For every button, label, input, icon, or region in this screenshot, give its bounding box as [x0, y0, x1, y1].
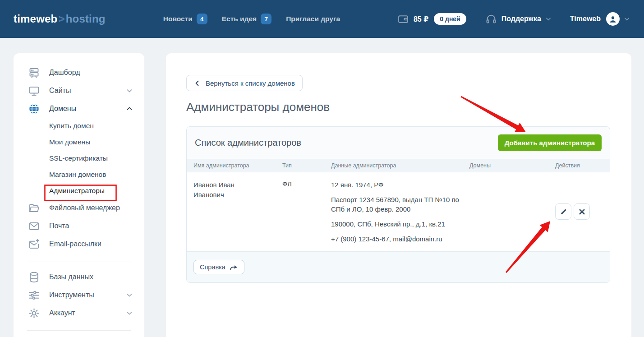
top-navbar: timeweb > hosting Новости 4 Есть идея 7 …: [0, 0, 644, 38]
news-count-badge: 4: [197, 14, 207, 24]
sidebar-item-account[interactable]: Аккаунт: [14, 304, 144, 322]
sidebar-item-dashboard[interactable]: Дашборд: [14, 64, 144, 82]
logo-brand: timeweb: [14, 13, 57, 25]
admin-details-cell: 12 янв. 1974, РФ Паспорт 1234 567890, вы…: [331, 180, 469, 251]
sidebar-item-label: Аккаунт: [49, 309, 75, 317]
server-icon: [28, 67, 40, 79]
sidebar-item-label: Файловый менеджер: [49, 204, 120, 212]
sidebar-item-label: Магазин доменов: [49, 171, 106, 179]
panel-title: Список администраторов: [195, 138, 301, 148]
table-row: Иванов Иван Иванович ФЛ 12 янв. 1974, РФ…: [187, 172, 610, 251]
admin-detail-line: 12 янв. 1974, РФ: [331, 180, 461, 189]
globe-icon: [28, 103, 40, 115]
sidebar-item-label: Купить домен: [49, 122, 94, 130]
envelope-icon: [28, 220, 40, 232]
balance-amount[interactable]: 85 ₽: [414, 15, 428, 23]
chevron-up-icon: [125, 105, 133, 113]
curved-arrow-icon: [230, 264, 238, 271]
gear-icon: [28, 307, 40, 319]
sidebar-subitem-domain-shop[interactable]: Магазин доменов: [14, 166, 144, 183]
monitor-icon: [28, 85, 40, 97]
sidebar-item-label: Базы данных: [49, 273, 93, 281]
navbar-links: Новости 4 Есть идея 7 Пригласи друга: [163, 14, 340, 24]
add-administrator-button[interactable]: Добавить администратора: [498, 134, 602, 151]
pencil-icon: [560, 208, 567, 216]
panel-header: Список администраторов Добавить админист…: [187, 127, 610, 159]
sidebar-item-domains[interactable]: Домены: [14, 100, 144, 118]
chevron-down-icon: [125, 291, 133, 299]
sidebar-item-label: Администраторы: [49, 187, 105, 195]
avatar: [606, 12, 620, 26]
sidebar: Дашборд Сайты Домены: [14, 53, 144, 337]
help-button[interactable]: Справка: [193, 260, 244, 274]
administrators-panel: Список администраторов Добавить админист…: [186, 126, 610, 283]
sliders-icon: [28, 289, 40, 301]
sidebar-item-mail[interactable]: Почта: [14, 217, 144, 235]
sidebar-item-label: Сайты: [49, 87, 71, 95]
sidebar-divider: [27, 330, 131, 331]
panel-footer: Справка: [187, 251, 610, 282]
nav-link-label: Пригласи друга: [286, 15, 340, 23]
chevron-down-icon: [623, 15, 630, 23]
x-icon: [578, 208, 586, 216]
column-header-name: Имя администратора: [193, 162, 282, 169]
sidebar-item-sites[interactable]: Сайты: [14, 82, 144, 100]
nav-link-label: Новости: [163, 15, 193, 23]
sidebar-subitem-my-domains[interactable]: Мои домены: [14, 134, 144, 150]
table-header-row: Имя администратора Тип Данные администра…: [187, 159, 610, 172]
nav-link-invite-friend[interactable]: Пригласи друга: [286, 15, 340, 23]
sidebar-item-email-campaigns[interactable]: Email-рассылки: [14, 235, 144, 253]
help-button-label: Справка: [200, 263, 225, 271]
support-label: Поддержка: [501, 15, 541, 23]
nav-link-label: Есть идея: [222, 15, 257, 23]
admin-actions-cell: [555, 180, 610, 251]
logo-product: hosting: [66, 13, 106, 25]
column-header-data: Данные администратора: [331, 162, 469, 169]
edit-admin-button[interactable]: [555, 203, 571, 220]
sidebar-item-label: Домены: [49, 105, 76, 113]
column-header-domains: Домены: [469, 162, 555, 169]
sidebar-item-label: Дашборд: [49, 69, 80, 77]
nav-link-ideas[interactable]: Есть идея 7: [222, 14, 271, 24]
sidebar-item-databases[interactable]: Базы данных: [14, 268, 144, 286]
column-header-type: Тип: [282, 162, 331, 169]
delete-admin-button[interactable]: [574, 203, 590, 220]
main-content: Вернуться к списку доменов Администратор…: [166, 53, 631, 337]
sidebar-item-tools[interactable]: Инструменты: [14, 286, 144, 304]
sidebar-divider: [27, 262, 131, 262]
chevron-down-icon: [125, 309, 133, 317]
navbar-right: 85 ₽ 0 дней Поддержка Timeweb: [397, 12, 630, 26]
sidebar-subitem-buy-domain[interactable]: Купить домен: [14, 118, 144, 134]
sidebar-item-file-manager[interactable]: Файловый менеджер: [14, 199, 144, 217]
headphones-icon: [485, 13, 497, 25]
sidebar-subitem-ssl-certificates[interactable]: SSL-сертификаты: [14, 150, 144, 166]
admin-type-cell: ФЛ: [282, 180, 331, 251]
wallet-icon[interactable]: [397, 13, 409, 25]
sidebar-item-label: Почта: [49, 222, 69, 230]
folder-icon: [28, 202, 40, 214]
sidebar-item-label: Email-рассылки: [49, 240, 101, 248]
page-title: Администраторы доменов: [186, 100, 330, 114]
admin-detail-line: 190000, СПб, Невский пр., д.1, кв.21: [331, 219, 461, 229]
support-menu[interactable]: Поддержка: [485, 13, 552, 25]
chevron-left-icon: [194, 80, 201, 87]
admin-name-cell: Иванов Иван Иванович: [193, 180, 282, 251]
sidebar-item-label: Мои домены: [49, 138, 90, 146]
logo[interactable]: timeweb > hosting: [14, 13, 106, 25]
ideas-count-badge: 7: [261, 14, 271, 24]
envelope-arrow-icon: [28, 238, 40, 250]
back-button-label: Вернуться к списку доменов: [206, 79, 295, 87]
nav-link-news[interactable]: Новости 4: [163, 14, 207, 24]
sidebar-item-label: SSL-сертификаты: [49, 154, 108, 162]
days-left-badge[interactable]: 0 дней: [434, 13, 466, 25]
account-menu[interactable]: Timeweb: [570, 12, 630, 26]
account-name: Timeweb: [570, 15, 601, 23]
sidebar-subitem-administrators[interactable]: Администраторы: [14, 183, 144, 199]
admin-domains-cell: [469, 180, 555, 251]
logo-separator: >: [58, 13, 64, 25]
sidebar-item-label: Инструменты: [49, 291, 94, 299]
chevron-down-icon: [545, 15, 552, 23]
chevron-down-icon: [125, 87, 133, 95]
back-to-domains-button[interactable]: Вернуться к списку доменов: [186, 75, 303, 91]
database-icon: [28, 271, 40, 283]
